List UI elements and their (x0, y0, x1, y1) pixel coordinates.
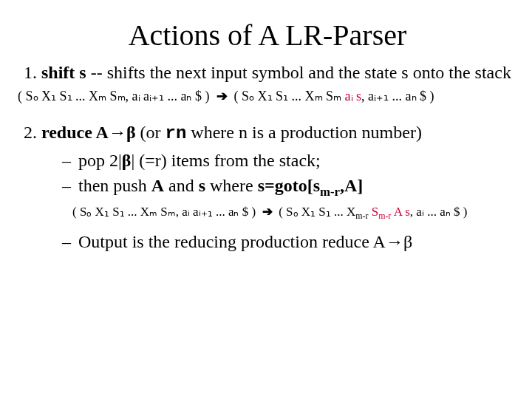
push-mid: and (164, 176, 199, 195)
reduce-formula-right-post: , aᵢ ... aₙ $ ) (410, 205, 468, 219)
reduce-paren-pre: (or (136, 123, 166, 142)
reduce-paren-post: where n is a production number) (186, 123, 422, 142)
shift-formula-red: aᵢ s (345, 89, 362, 103)
reduce-bullet-output: Output is the reducing production reduce… (62, 231, 517, 253)
reduce-formula-red: Sm-r A s (372, 205, 410, 219)
rf-sub1: m-r (355, 211, 368, 222)
shift-formula-left: ( Sₒ X₁ S₁ ... Xₘ Sₘ, aᵢ aᵢ₊₁ ... aₙ $ ) (18, 89, 210, 103)
reduce-sublist-2: Output is the reducing production reduce… (41, 231, 517, 253)
ordered-list-2: reduce A→β (or rn where n is a productio… (22, 121, 517, 253)
push-s: s (199, 176, 205, 195)
ordered-list: shift s -- shifts the next input symbol … (22, 61, 517, 83)
push-pre: then push (78, 176, 151, 195)
push-goto: s=goto[sm-r,A] (258, 176, 364, 195)
arrow-icon: ➔ (262, 205, 273, 219)
item-reduce: reduce A→β (or rn where n is a productio… (41, 121, 517, 253)
reduce-formula-left: ( Sₒ X₁ S₁ ... Xₘ Sₘ, aᵢ aᵢ₊₁ ... aₙ $ ) (72, 205, 256, 219)
reduce-label-a: reduce A (41, 123, 109, 142)
shift-label-bold: shift s (41, 63, 86, 82)
push-A: A (151, 176, 164, 195)
shift-label-rest: -- shifts the next input symbol and the … (86, 63, 511, 82)
reduce-bullet-pop: pop 2|β| (=r) items from the stack; (62, 149, 517, 171)
reduce-bullet-push: then push A and s where s=goto[sm-r,A] (62, 174, 517, 197)
slide: Actions of A LR-Parser shift s -- shifts… (0, 0, 532, 399)
arrow-icon: ➔ (216, 89, 228, 103)
reduce-formula: ( Sₒ X₁ S₁ ... Xₘ Sₘ, aᵢ aᵢ₊₁ ... aₙ $ )… (72, 204, 517, 220)
reduce-label-arrow: → (109, 123, 126, 142)
shift-formula-right-pre: ( Sₒ X₁ S₁ ... Xₘ Sₘ (234, 89, 345, 103)
reduce-rn: rn (166, 123, 187, 143)
item-shift: shift s -- shifts the next input symbol … (41, 61, 517, 83)
push-where: where (205, 176, 258, 195)
reduce-sublist: pop 2|β| (=r) items from the stack; then… (41, 149, 517, 197)
pop-text: pop 2|β| (=r) items from the stack; (78, 151, 321, 170)
shift-formula-right-post: , aᵢ₊₁ ... aₙ $ ) (361, 89, 434, 103)
slide-title: Actions of A LR-Parser (18, 18, 517, 52)
shift-formula: ( Sₒ X₁ S₁ ... Xₘ Sₘ, aᵢ aᵢ₊₁ ... aₙ $ )… (18, 88, 517, 105)
reduce-label-b: β (126, 123, 136, 142)
reduce-formula-right-pre: ( Sₒ X₁ S₁ ... X (279, 205, 355, 219)
